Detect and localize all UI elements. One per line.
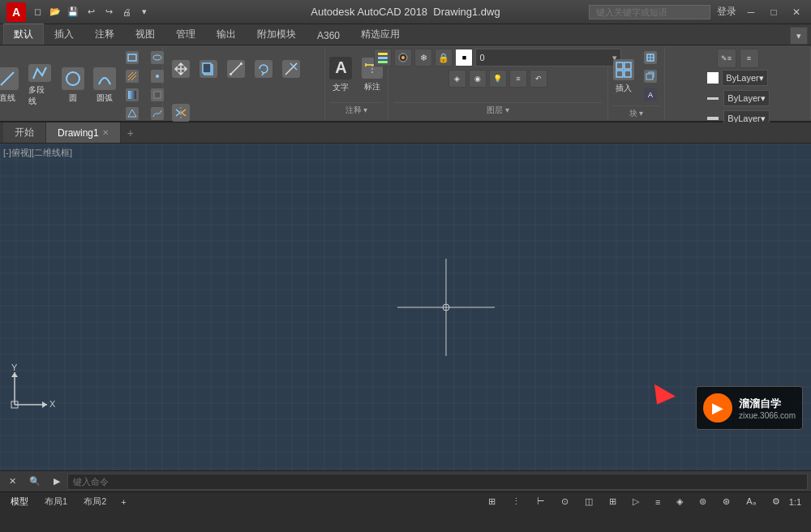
polyline-btn[interactable]: 多段线 bbox=[24, 62, 56, 109]
layer-content: ❄ 🔒 ■ 0 ▾ ◈ ◉ 💡 ≡ ↶ bbox=[393, 49, 603, 101]
maximize-btn[interactable]: □ bbox=[766, 4, 782, 20]
app-logo[interactable]: A bbox=[6, 2, 26, 22]
tab-a360[interactable]: A360 bbox=[307, 26, 350, 45]
def-attr-btn[interactable]: A bbox=[640, 86, 663, 104]
status-layout1-tab[interactable]: 布局1 bbox=[37, 493, 75, 510]
move-btn[interactable] bbox=[168, 49, 194, 91]
layer-lock-btn[interactable]: 🔒 bbox=[435, 49, 453, 66]
svg-marker-36 bbox=[11, 372, 18, 377]
filename: Drawing1.dwg bbox=[433, 6, 500, 18]
close-btn[interactable]: ✕ bbox=[788, 4, 805, 20]
stretch-icon bbox=[227, 60, 245, 78]
match-props-btn[interactable]: ✎≡ bbox=[717, 49, 736, 68]
list-btn[interactable]: ≡ bbox=[740, 49, 759, 68]
layer-prev-btn[interactable]: ↶ bbox=[530, 70, 547, 88]
layer-color-btn[interactable]: ■ bbox=[455, 49, 473, 66]
tab-featured[interactable]: 精选应用 bbox=[350, 24, 410, 45]
ribbon-toggle-btn[interactable]: ▾ bbox=[790, 27, 808, 45]
wipeout-icon bbox=[151, 88, 164, 101]
svg-marker-35 bbox=[42, 401, 47, 408]
tab-view[interactable]: 视图 bbox=[125, 24, 165, 45]
layer-freeze-btn[interactable]: ❄ bbox=[414, 49, 432, 66]
svg-rect-2 bbox=[128, 54, 136, 61]
tab-manage[interactable]: 管理 bbox=[165, 24, 206, 45]
line-icon bbox=[0, 67, 19, 90]
transparency-toggle[interactable]: ◈ bbox=[669, 494, 690, 509]
gradient-btn[interactable] bbox=[122, 86, 145, 104]
circle-btn[interactable]: 圆 bbox=[58, 62, 88, 109]
layer-match-btn[interactable]: ≡ bbox=[509, 70, 527, 88]
color-row: ByLayer ▾ bbox=[707, 70, 767, 86]
insert-label: 插入 bbox=[616, 83, 632, 94]
cmd-expand-btn[interactable]: ▶ bbox=[48, 474, 66, 489]
app-title: Autodesk AutoCAD 2018 bbox=[311, 6, 427, 18]
layer-props-btn[interactable] bbox=[374, 49, 392, 66]
create-block-btn[interactable] bbox=[640, 49, 663, 66]
create-block-icon bbox=[644, 51, 657, 64]
tab-drawing1[interactable]: Drawing1 ✕ bbox=[46, 122, 121, 143]
add-layout-btn[interactable]: + bbox=[115, 495, 131, 509]
layer-isolate-btn[interactable]: ◈ bbox=[448, 70, 466, 88]
hatch-btn[interactable] bbox=[122, 67, 145, 85]
lineweight-toggle[interactable]: ≡ bbox=[648, 495, 667, 509]
cmd-close-btn[interactable]: ✕ bbox=[3, 474, 22, 489]
tab-start[interactable]: 开始 bbox=[3, 122, 46, 143]
undo-btn[interactable]: ↩ bbox=[83, 4, 99, 20]
tab-default[interactable]: 默认 bbox=[3, 24, 44, 45]
add-tab-btn[interactable]: + bbox=[121, 123, 140, 143]
anno-monitor-toggle[interactable]: ⊛ bbox=[715, 494, 737, 509]
layer-name: 0 bbox=[479, 53, 484, 62]
open-btn[interactable]: 📂 bbox=[47, 4, 63, 20]
select-cycle-toggle[interactable]: ⊚ bbox=[692, 494, 714, 509]
anno-scale-toggle[interactable]: Aₐ bbox=[739, 494, 762, 509]
region-btn[interactable] bbox=[122, 105, 145, 122]
snap-toggle[interactable]: ⋮ bbox=[504, 494, 528, 509]
tab-output[interactable]: 输出 bbox=[206, 24, 247, 45]
linetype-dropdown[interactable]: ByLayer ▾ bbox=[723, 90, 769, 106]
text-btn[interactable]: A 文字 bbox=[325, 51, 356, 98]
make-object-layer-btn[interactable]: ◉ bbox=[469, 70, 487, 88]
login-btn[interactable]: 登录 bbox=[717, 5, 736, 19]
cmd-search-btn[interactable]: 🔍 bbox=[24, 474, 46, 489]
rotate-btn[interactable] bbox=[251, 49, 277, 91]
search-input[interactable] bbox=[589, 5, 710, 19]
svg-rect-7 bbox=[154, 92, 161, 98]
polar-toggle[interactable]: ⊙ bbox=[554, 494, 576, 509]
redo-btn[interactable]: ↪ bbox=[101, 4, 117, 20]
track-toggle[interactable]: ⊞ bbox=[602, 494, 624, 509]
workspace-toggle[interactable]: ⚙ bbox=[765, 494, 787, 509]
rect-btn[interactable] bbox=[122, 49, 145, 66]
qa-dropdown-btn[interactable]: ▾ bbox=[136, 4, 152, 20]
grid-toggle[interactable]: ⊞ bbox=[481, 494, 503, 509]
layer-state-btn[interactable] bbox=[394, 49, 412, 66]
new-btn[interactable]: ◻ bbox=[29, 4, 45, 20]
status-model-tab[interactable]: 模型 bbox=[3, 493, 36, 510]
layer-off-btn[interactable]: 💡 bbox=[489, 70, 507, 88]
tab-start-label: 开始 bbox=[15, 126, 34, 139]
tab-addons[interactable]: 附加模块 bbox=[247, 24, 307, 45]
save-btn[interactable]: 💾 bbox=[65, 4, 81, 20]
insert-btn[interactable]: 插入 bbox=[609, 53, 638, 100]
dynin-toggle[interactable]: ▷ bbox=[625, 494, 646, 509]
arc-label: 圆弧 bbox=[97, 92, 113, 104]
layer-dropdown[interactable]: 0 ▾ bbox=[475, 49, 621, 66]
tab-annotate[interactable]: 注释 bbox=[84, 24, 125, 45]
copy-btn[interactable] bbox=[195, 49, 221, 91]
svg-rect-22 bbox=[616, 62, 623, 69]
tab-insert[interactable]: 插入 bbox=[44, 24, 84, 45]
line-btn[interactable]: 直线 bbox=[0, 62, 23, 109]
status-layout2-tab[interactable]: 布局2 bbox=[76, 493, 114, 510]
arc-btn[interactable]: 圆弧 bbox=[90, 62, 121, 109]
osnap-toggle[interactable]: ◫ bbox=[577, 494, 600, 509]
write-block-btn[interactable] bbox=[640, 67, 663, 85]
minimize-btn[interactable]: ─ bbox=[743, 4, 759, 20]
circle-icon bbox=[62, 67, 84, 90]
command-input[interactable] bbox=[67, 474, 808, 490]
stretch-btn[interactable] bbox=[223, 49, 249, 91]
linetype-swatch bbox=[707, 97, 719, 100]
color-dropdown[interactable]: ByLayer ▾ bbox=[722, 70, 767, 86]
plot-btn[interactable]: 🖨 bbox=[118, 4, 135, 20]
trim-btn[interactable] bbox=[278, 49, 304, 91]
tab-close-icon[interactable]: ✕ bbox=[102, 128, 109, 137]
ortho-toggle[interactable]: ⊢ bbox=[530, 494, 552, 509]
